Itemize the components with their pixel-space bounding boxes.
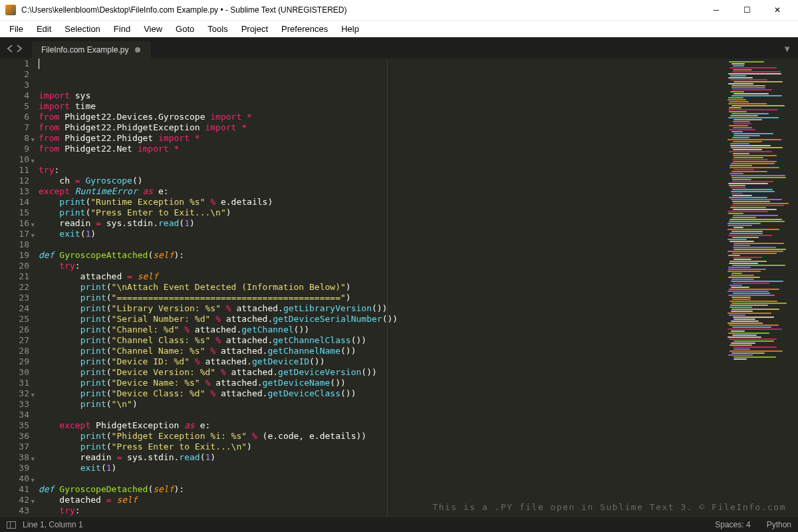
minimap-line	[729, 107, 741, 108]
minimap-line	[732, 237, 759, 238]
file-tab[interactable]: FileInfo.com Example.py	[32, 41, 151, 59]
minimap-line	[732, 297, 751, 298]
menu-find[interactable]: Find	[107, 21, 137, 37]
menu-help[interactable]: Help	[334, 21, 366, 37]
fold-toggle-icon[interactable]: ▼	[31, 496, 35, 507]
menu-file[interactable]: File	[3, 21, 30, 37]
minimap-line	[728, 291, 769, 292]
code-view[interactable]: import sysimport timefrom Phidget22.Devi…	[36, 59, 725, 517]
window-title: C:\Users\kellenbloom\Desktop\FileInfo.co…	[21, 5, 701, 15]
code-line: except RuntimeError as e:	[39, 186, 725, 197]
fold-toggle-icon[interactable]: ▼	[31, 134, 35, 145]
code-line: print("Channel Name: %s" % attached.getC…	[39, 346, 725, 356]
minimap-line	[732, 303, 787, 304]
tab-menu-caret-icon[interactable]: ▼	[783, 44, 791, 54]
minimap-line	[733, 293, 770, 294]
minimap-line	[728, 239, 747, 240]
minimap-line	[729, 61, 764, 63]
cursor-position-label[interactable]: Line 1, Column 1	[23, 520, 83, 529]
minimap-line	[730, 305, 768, 306]
minimap-line	[732, 179, 751, 180]
menu-view[interactable]: View	[137, 21, 169, 37]
minimap-line	[732, 71, 781, 72]
menu-tools[interactable]: Tools	[201, 21, 234, 37]
minimap-line	[732, 205, 784, 206]
minimap-line	[733, 153, 749, 154]
maximize-button[interactable]: ☐	[732, 0, 762, 20]
code-line: from Phidget22.Devices.Gyroscope import …	[39, 112, 725, 122]
fold-toggle-icon[interactable]: ▼	[31, 475, 35, 485]
menu-preferences[interactable]: Preferences	[275, 21, 334, 37]
minimap-line	[730, 67, 777, 68]
code-line	[39, 410, 725, 420]
code-line: def GyroscopeDetached(self):	[39, 484, 725, 495]
minimap-line	[728, 229, 779, 230]
minimap-line	[729, 185, 745, 186]
code-line: print("Runtime Exception %s" % e.details…	[39, 197, 725, 207]
code-line: print("Serial Number: %d" % attached.get…	[39, 314, 725, 325]
minimap-line	[733, 348, 750, 350]
minimap-line	[732, 189, 773, 190]
minimap-line	[731, 175, 785, 176]
code-line: print("\nAttach Event Detected (Informat…	[39, 282, 725, 293]
fold-toggle-icon[interactable]: ▼	[31, 156, 35, 166]
menu-project[interactable]: Project	[235, 21, 275, 37]
minimap-line	[728, 77, 753, 78]
minimap-line	[732, 217, 756, 218]
minimap-line	[729, 101, 749, 102]
code-line	[39, 239, 725, 250]
nav-forward-icon[interactable]	[16, 45, 23, 55]
minimap-line	[732, 181, 773, 182]
minimap-line	[733, 149, 762, 150]
syntax-label[interactable]: Python	[767, 520, 791, 529]
menu-goto[interactable]: Goto	[169, 21, 201, 37]
minimap-line	[731, 311, 753, 312]
code-line: print("Press Enter to Exit...\n")	[39, 442, 725, 452]
minimap-line	[731, 191, 775, 192]
minimap-line	[728, 213, 743, 214]
code-line	[39, 154, 725, 165]
minimap-line	[728, 251, 783, 252]
tab-label: FileInfo.com Example.py	[41, 45, 128, 55]
minimap-line	[728, 271, 761, 272]
code-line: print("Library Version: %s" % attached.g…	[39, 303, 725, 314]
minimap-line	[733, 127, 752, 128]
minimap-line	[729, 111, 747, 112]
indent-label[interactable]: Spaces: 4	[715, 520, 750, 529]
minimap-line	[728, 332, 769, 334]
menu-edit[interactable]: Edit	[30, 21, 58, 37]
minimap-line	[729, 338, 777, 340]
minimap-line	[730, 219, 782, 220]
minimap-line	[732, 85, 765, 86]
code-line: print("Press Enter to Exit...\n")	[39, 207, 725, 218]
editor-area: 12345678▼910▼111213141516▼17▼18192021222…	[0, 59, 798, 517]
fold-toggle-icon[interactable]: ▼	[31, 219, 35, 230]
minimap-line	[732, 231, 763, 232]
minimap-line	[730, 165, 752, 166]
code-line: print("Device ID: %d" % attached.getDevi…	[39, 356, 725, 367]
minimap-line	[728, 83, 753, 84]
minimap-line	[733, 358, 747, 360]
minimap-line	[728, 223, 761, 224]
minimap[interactable]	[725, 59, 798, 517]
minimap-line	[733, 247, 776, 248]
fold-toggle-icon[interactable]: ▼	[31, 454, 35, 464]
menu-selection[interactable]: Selection	[58, 21, 106, 37]
fold-toggle-icon[interactable]: ▼	[31, 390, 35, 400]
panel-toggle-icon[interactable]	[7, 521, 16, 529]
minimap-line	[728, 103, 767, 104]
minimap-line	[733, 141, 762, 142]
fold-toggle-icon[interactable]: ▼	[31, 230, 35, 241]
nav-back-icon[interactable]	[7, 45, 13, 55]
code-line: exit(1)	[39, 229, 725, 239]
minimap-line	[733, 249, 786, 250]
minimap-line	[732, 105, 785, 106]
close-button[interactable]: ✕	[762, 0, 793, 20]
minimap-line	[730, 307, 752, 308]
code-line: from Phidget22.Phidget import *	[39, 133, 725, 144]
minimap-line	[728, 329, 782, 330]
line-number-gutter[interactable]: 12345678▼910▼111213141516▼17▼18192021222…	[0, 59, 36, 517]
minimize-button[interactable]: ─	[701, 0, 732, 20]
minimap-line	[733, 161, 777, 162]
minimap-line	[729, 125, 748, 126]
